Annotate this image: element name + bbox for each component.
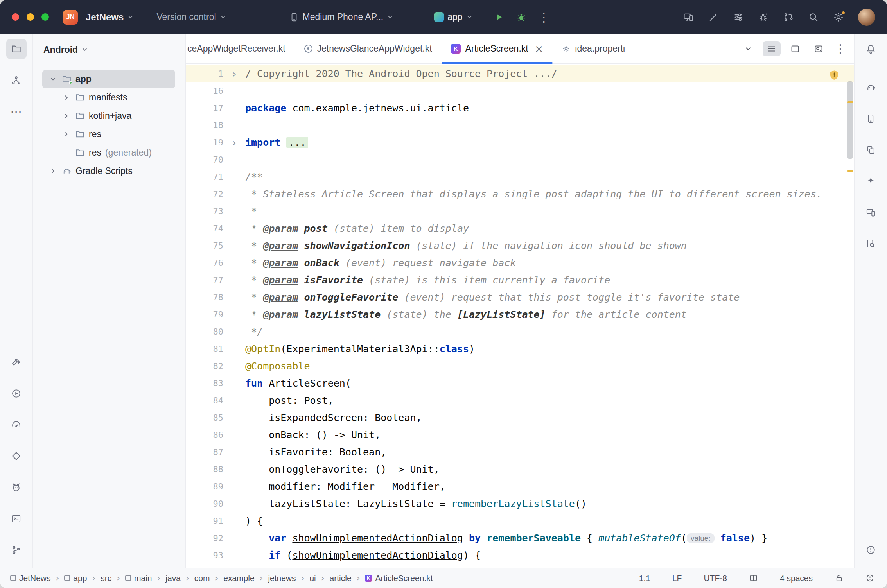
reader-mode-button[interactable] [747,573,760,583]
version-control-tool-button[interactable] [6,540,27,560]
code-line[interactable]: 76 * @param onBack (event) request navig… [186,255,854,272]
tree-item-app[interactable]: app [42,70,175,88]
settings-button[interactable] [833,12,844,23]
indent-widget[interactable]: 4 spaces [777,573,815,583]
notifications-status-button[interactable] [863,573,877,583]
chevron-right-icon[interactable] [61,131,71,138]
code-line[interactable]: 72 * Stateless Article Screen that displ… [186,186,854,203]
chevron-right-icon[interactable] [48,168,58,174]
breadcrumb-item[interactable]: jetnews [268,574,296,583]
fold-chevron-icon[interactable]: › [223,65,245,82]
warning-stripe-mark[interactable] [847,101,853,103]
minimize-window-button[interactable] [27,13,34,21]
code-line[interactable]: 70 [186,151,854,169]
chevron-right-icon[interactable] [61,94,71,101]
code-line[interactable]: 78 * @param onToggleFavorite (event) req… [186,289,854,306]
editor-options-button[interactable]: ⋮ [833,42,848,56]
code-line[interactable]: 86 onBack: () -> Unit, [186,427,854,444]
structure-tool-button[interactable] [6,70,27,90]
code-line[interactable]: 91) { [186,513,854,530]
inspection-warnings-icon[interactable] [828,69,840,81]
code-line[interactable]: 93 if (showUnimplementedActionDialog) { [186,547,854,564]
tree-item-gradle-scripts[interactable]: Gradle Scripts [42,162,175,180]
tab-article-screen[interactable]: K ArticleScreen.kt × [442,34,553,63]
terminal-tool-button[interactable] [6,508,27,529]
tab-receiver[interactable]: ceAppWidgetReceiver.kt [186,34,295,63]
bug-sparkle-button[interactable] [758,12,769,23]
running-devices-button[interactable] [861,202,881,222]
breadcrumb-item[interactable]: ui [309,574,316,583]
code-line[interactable]: 79 * @param lazyListState (state) the [L… [186,306,854,323]
more-tool-windows-button[interactable]: ⋯ [6,101,27,122]
code-line[interactable]: 73 * [186,203,854,220]
tree-item-res-generated[interactable]: res (generated) [42,143,175,162]
device-manager-button[interactable] [861,108,881,129]
build-tool-button[interactable] [6,352,27,372]
close-tab-icon[interactable]: × [535,43,544,54]
gemini-button[interactable] [861,171,881,191]
tree-item-manifests[interactable]: manifests [42,88,175,107]
hidden-tabs-button[interactable] [739,41,757,56]
user-avatar[interactable] [858,9,875,26]
breadcrumb-item[interactable]: java [165,574,181,583]
branch-sync-button[interactable] [783,12,794,23]
split-view-toggle[interactable] [786,41,804,56]
app-quality-insights-button[interactable] [6,446,27,466]
code-line[interactable]: 83fun ArticleScreen( [186,375,854,392]
run-configuration-selector[interactable]: app [432,11,475,23]
breadcrumb-item[interactable]: article [330,574,352,583]
encoding-widget[interactable]: UTF-8 [701,573,729,583]
code-line[interactable]: 80 */ [186,323,854,341]
code-line[interactable]: 1›/ Copyright 2020 The Android Open Sour… [186,65,854,82]
code-line[interactable]: 87 isFavorite: Boolean, [186,444,854,461]
breadcrumb-item[interactable]: main [125,574,152,583]
warning-stripe-mark[interactable] [847,170,853,172]
vcs-menu[interactable]: Version control [154,11,228,23]
line-separator-widget[interactable]: LF [670,573,684,583]
code-line[interactable]: 89 modifier: Modifier = Modifier, [186,478,854,495]
chevron-down-icon[interactable] [48,76,58,82]
close-window-button[interactable] [12,13,19,21]
tab-idea-properties[interactable]: idea.properti [553,34,634,63]
code-line[interactable]: 17package com.example.jetnews.ui.article [186,100,854,117]
code-line[interactable]: 85 isExpandedScreen: Boolean, [186,409,854,427]
project-tool-button[interactable] [6,39,27,59]
code-line[interactable]: 90 lazyListState: LazyListState = rememb… [186,495,854,513]
code-editor[interactable]: 1›/ Copyright 2020 The Android Open Sour… [186,64,854,568]
problems-button[interactable] [861,540,881,560]
sliders-button[interactable] [733,12,744,23]
device-selector[interactable]: Medium Phone AP... [287,11,396,23]
code-line[interactable]: 82@Composable [186,358,854,375]
breadcrumb-item[interactable]: example [223,574,254,583]
build-variants-button[interactable] [861,140,881,160]
run-tool-button[interactable] [6,383,27,403]
fold-chevron-icon[interactable]: › [223,134,245,151]
code-line[interactable]: 81@OptIn(ExperimentalMaterial3Api::class… [186,341,854,358]
code-line[interactable]: 75 * @param showNavigationIcon (state) i… [186,237,854,255]
breadcrumb-item[interactable]: src [101,574,111,583]
code-line[interactable]: 19›import ... [186,134,854,151]
breadcrumb-item[interactable]: KArticleScreen.kt [365,574,433,583]
notifications-button[interactable] [861,39,881,59]
logcat-tool-button[interactable] [6,477,27,497]
code-line[interactable]: 18 [186,117,854,134]
chevron-right-icon[interactable] [61,113,71,119]
breadcrumb-item[interactable]: app [64,574,87,583]
code-line[interactable]: 88 onToggleFavorite: () -> Unit, [186,461,854,478]
file-writable-button[interactable] [832,573,846,583]
code-line[interactable]: 71/** [186,169,854,186]
tab-glance-widget[interactable]: JetnewsGlanceAppWidget.kt [295,34,442,63]
gradle-tool-button[interactable] [861,77,881,97]
code-line[interactable]: 92 var showUnimplementedActionDialog by … [186,530,854,547]
zoom-window-button[interactable] [41,13,49,21]
device-mirror-button[interactable] [683,12,694,23]
code-line[interactable]: 16 [186,82,854,100]
magic-wand-button[interactable] [708,12,719,23]
code-line[interactable]: 77 * @param isFavorite (state) is this i… [186,272,854,289]
breadcrumb-item[interactable]: JetNews [10,574,51,583]
run-button[interactable] [493,12,504,23]
more-options-button[interactable]: ⋮ [538,10,550,25]
tree-item-res[interactable]: res [42,125,175,143]
find-tool-button[interactable] [861,233,881,254]
tree-item-kotlin-java[interactable]: kotlin+java [42,107,175,125]
